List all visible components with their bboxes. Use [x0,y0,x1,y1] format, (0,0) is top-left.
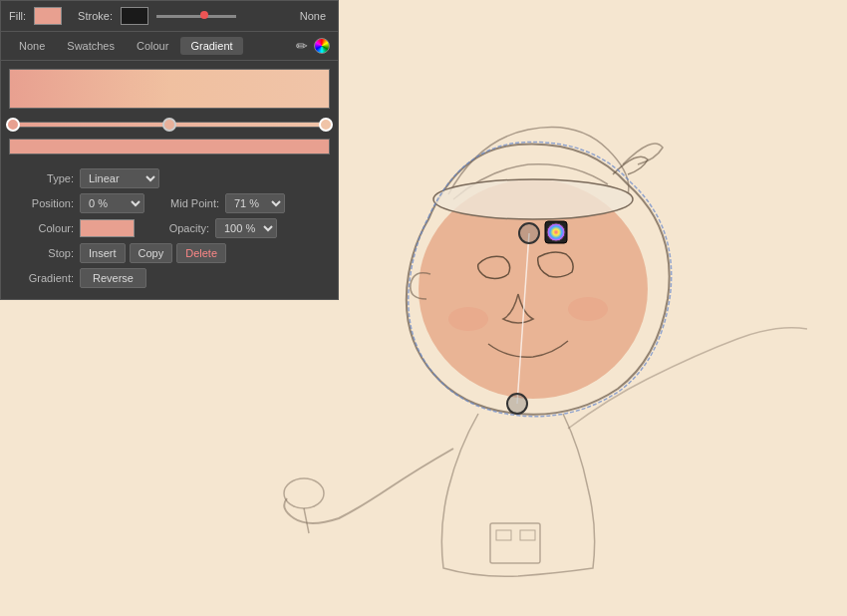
colour-label: Colour: [9,222,74,234]
fill-swatch[interactable] [34,7,62,25]
none-button[interactable]: None [296,8,330,24]
position-midpoint-row: Position: 0 % Mid Point: 71 % [9,193,330,213]
gradient-row: Gradient: Reverse [9,268,330,288]
type-select[interactable]: Linear Radial Conical [80,168,159,188]
gradient-handle-left[interactable] [6,118,20,132]
svg-point-12 [507,394,527,414]
position-label: Position: [9,197,74,209]
stroke-slider-track[interactable] [156,15,236,18]
opacity-input[interactable]: 100 % [215,218,277,238]
colour-opacity-row: Colour: Opacity: 100 % [9,218,330,238]
fill-label: Fill: [9,10,26,22]
svg-point-4 [568,297,608,321]
svg-point-15 [547,223,565,241]
stroke-swatch[interactable] [121,7,148,25]
eyedropper-button[interactable]: ✏ [292,36,312,56]
gradient-panel: Fill: Stroke: None None Swatches Colour … [0,0,339,300]
reverse-button[interactable]: Reverse [80,268,146,288]
midpoint-input[interactable]: 71 % [225,193,285,213]
gradient-label: Gradient: [9,272,74,284]
insert-button[interactable]: Insert [80,243,126,263]
opacity-label: Opacity: [144,222,209,234]
type-label: Type: [9,172,74,184]
tab-row: None Swatches Colour Gradient ✏ [1,32,338,61]
stop-buttons: Insert Copy Delete [80,243,226,263]
stroke-slider-thumb[interactable] [200,11,208,19]
stroke-label: Stroke: [78,10,113,22]
tab-colour[interactable]: Colour [127,37,178,55]
gradient-slider-row [9,115,330,135]
midpoint-label: Mid Point: [154,197,219,209]
gradient-preview-area [1,61,338,162]
tab-swatches[interactable]: Swatches [57,37,125,55]
gradient-preview-bar[interactable] [9,69,330,109]
gradient-handle-right[interactable] [319,118,333,132]
svg-point-11 [519,223,539,243]
toolbar-row: Fill: Stroke: None [1,1,338,32]
form-section: Type: Linear Radial Conical Position: 0 … [1,162,338,299]
stop-label: Stop: [9,247,74,259]
delete-button[interactable]: Delete [176,243,226,263]
position-input[interactable]: 0 % [80,193,144,213]
stop-row: Stop: Insert Copy Delete [9,243,330,263]
svg-point-3 [448,307,488,331]
copy-button[interactable]: Copy [130,243,173,263]
tab-gradient[interactable]: Gradient [180,37,242,55]
gradient-handle-mid[interactable] [162,118,176,132]
color-bar-preview [9,139,330,154]
svg-point-2 [433,179,633,219]
tab-none[interactable]: None [9,37,55,55]
type-row: Type: Linear Radial Conical [9,168,330,188]
stroke-slider-container [156,15,288,18]
colour-swatch[interactable] [80,219,135,237]
color-wheel-button[interactable] [314,38,330,54]
